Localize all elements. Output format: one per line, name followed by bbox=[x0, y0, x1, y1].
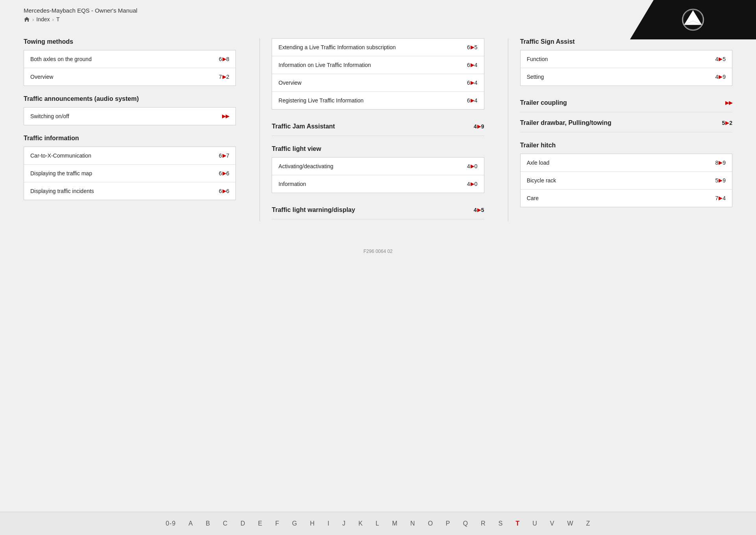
alpha-item-W[interactable]: W bbox=[561, 518, 580, 529]
page-prefix: 4 bbox=[474, 123, 477, 130]
alpha-item-M[interactable]: M bbox=[386, 518, 404, 529]
item-label: Information on Live Traffic Information bbox=[278, 62, 371, 68]
page-number: 9 bbox=[723, 160, 726, 166]
standalone-item[interactable]: Traffic light warning/display4▶5 bbox=[272, 201, 484, 219]
page-prefix: 6 bbox=[219, 56, 222, 62]
list-item[interactable]: Information on Live Traffic Information6… bbox=[272, 56, 484, 74]
list-item[interactable]: Switching on/off▶▶ bbox=[24, 108, 235, 125]
page-ref: ▶▶ bbox=[725, 100, 732, 106]
index-group-2-3: Axle load8▶9Bicycle rack5▶9Care7▶4 bbox=[520, 154, 732, 207]
page-number: 6 bbox=[226, 170, 230, 176]
alpha-item-K[interactable]: K bbox=[352, 518, 369, 529]
arrow-icon: ▶ bbox=[222, 56, 226, 62]
list-item[interactable]: Information4▶0 bbox=[272, 175, 484, 193]
page-prefix: 4 bbox=[467, 163, 470, 169]
footer-caption: F296 0064 02 bbox=[0, 245, 756, 278]
main-content: Towing methodsBoth axles on the ground6▶… bbox=[0, 22, 756, 245]
page-ref: 6▶6 bbox=[219, 188, 230, 194]
list-item[interactable]: Overview6▶4 bbox=[272, 74, 484, 92]
item-label: Bicycle rack bbox=[527, 177, 556, 184]
list-item[interactable]: Registering Live Traffic Information6▶4 bbox=[272, 92, 484, 109]
list-item[interactable]: Extending a Live Traffic Information sub… bbox=[272, 39, 484, 56]
alpha-item-H[interactable]: H bbox=[304, 518, 321, 529]
arrow-icon: ▶ bbox=[477, 207, 481, 213]
page-ref: 4▶5 bbox=[474, 207, 484, 213]
list-item[interactable]: Care7▶4 bbox=[521, 189, 732, 207]
page-number: 2 bbox=[226, 74, 230, 80]
section-title-0-0: Towing methods bbox=[24, 38, 236, 45]
list-item[interactable]: Car-to-X-Communication6▶7 bbox=[24, 147, 235, 165]
standalone-item[interactable]: Trailer coupling▶▶ bbox=[520, 94, 732, 112]
document-title: Mercedes-Maybach EQS - Owner's Manual bbox=[24, 7, 732, 14]
alpha-item-Q[interactable]: Q bbox=[457, 518, 474, 529]
standalone-sub-label: Trailer drawbar, Pulling/towing bbox=[520, 119, 611, 126]
standalone-label: Traffic light warning/display bbox=[272, 206, 355, 214]
breadcrumb-index[interactable]: Index bbox=[36, 16, 50, 22]
list-item[interactable]: Axle load8▶9 bbox=[521, 154, 732, 172]
breadcrumb-sep-2: › bbox=[52, 17, 54, 22]
page-number: 5 bbox=[723, 56, 726, 62]
alpha-item-T[interactable]: T bbox=[509, 518, 526, 529]
alpha-item-D[interactable]: D bbox=[234, 518, 252, 529]
alpha-item-C[interactable]: C bbox=[217, 518, 234, 529]
section-title-2-3: Trailer hitch bbox=[520, 142, 732, 149]
page-prefix: 4 bbox=[715, 56, 718, 62]
page-ref: 6▶6 bbox=[219, 170, 230, 176]
page-number: 0 bbox=[474, 163, 478, 169]
page-ref: ▶▶ bbox=[222, 113, 229, 119]
page-ref: 4▶0 bbox=[467, 163, 478, 169]
alpha-item-P[interactable]: P bbox=[439, 518, 457, 529]
alpha-item-O[interactable]: O bbox=[422, 518, 439, 529]
standalone-label: Traffic Jam Assistant bbox=[272, 123, 335, 130]
page-number: 0 bbox=[474, 181, 478, 187]
list-item[interactable]: Bicycle rack5▶9 bbox=[521, 172, 732, 189]
alpha-item-V[interactable]: V bbox=[544, 518, 561, 529]
alpha-item-E[interactable]: E bbox=[252, 518, 269, 529]
page-ref: 5▶9 bbox=[715, 177, 726, 184]
alpha-item-J[interactable]: J bbox=[336, 518, 352, 529]
page-number: 5 bbox=[474, 44, 478, 50]
alpha-item-A[interactable]: A bbox=[182, 518, 200, 529]
arrow-icon: ▶ bbox=[222, 74, 226, 80]
alpha-item-Z[interactable]: Z bbox=[580, 518, 597, 529]
standalone-sub-item[interactable]: Trailer drawbar, Pulling/towing5▶2 bbox=[520, 114, 732, 132]
page-ref: 8▶9 bbox=[715, 160, 726, 166]
item-label: Function bbox=[527, 56, 548, 62]
page-number: 9 bbox=[723, 74, 726, 80]
section-title-0-1: Traffic announcements (audio system) bbox=[24, 95, 236, 102]
page-prefix: 6 bbox=[467, 44, 470, 50]
alpha-item-L[interactable]: L bbox=[369, 518, 386, 529]
logo-area bbox=[630, 0, 756, 39]
alpha-item-B[interactable]: B bbox=[199, 518, 217, 529]
list-item[interactable]: Setting4▶9 bbox=[521, 68, 732, 85]
arrow-icon: ▶ bbox=[471, 80, 474, 85]
index-group-0-1: Switching on/off▶▶ bbox=[24, 107, 236, 125]
sub-part: , Pulling/towing bbox=[565, 119, 611, 126]
alpha-item-R[interactable]: R bbox=[474, 518, 492, 529]
list-item[interactable]: Overview7▶2 bbox=[24, 68, 235, 85]
standalone-item[interactable]: Traffic Jam Assistant4▶9 bbox=[272, 117, 484, 136]
alpha-item-S[interactable]: S bbox=[492, 518, 510, 529]
alpha-item-0-9[interactable]: 0-9 bbox=[159, 518, 182, 529]
page-ref: 4▶0 bbox=[467, 181, 478, 187]
item-label: Both axles on the ground bbox=[30, 56, 92, 62]
alpha-item-G[interactable]: G bbox=[286, 518, 304, 529]
list-item[interactable]: Activating/deactivating4▶0 bbox=[272, 158, 484, 175]
item-label: Switching on/off bbox=[30, 113, 69, 119]
list-item[interactable]: Function4▶5 bbox=[521, 50, 732, 68]
alpha-item-U[interactable]: U bbox=[526, 518, 544, 529]
page-number: 4 bbox=[474, 80, 478, 86]
item-label: Registering Live Traffic Information bbox=[278, 97, 363, 104]
alpha-item-I[interactable]: I bbox=[321, 518, 336, 529]
page-number: 4 bbox=[474, 97, 478, 104]
list-item[interactable]: Both axles on the ground6▶8 bbox=[24, 50, 235, 68]
home-icon[interactable] bbox=[24, 16, 30, 22]
list-item[interactable]: Displaying the traffic map6▶6 bbox=[24, 165, 235, 182]
page-ref: 6▶7 bbox=[219, 152, 230, 159]
index-group-0-0: Both axles on the ground6▶8Overview7▶2 bbox=[24, 50, 236, 86]
item-label: Displaying the traffic map bbox=[30, 170, 92, 176]
alpha-item-N[interactable]: N bbox=[404, 518, 422, 529]
list-item[interactable]: Displaying traffic incidents6▶6 bbox=[24, 182, 235, 200]
arrow-icon: ▶ bbox=[719, 160, 722, 165]
alpha-item-F[interactable]: F bbox=[269, 518, 286, 529]
